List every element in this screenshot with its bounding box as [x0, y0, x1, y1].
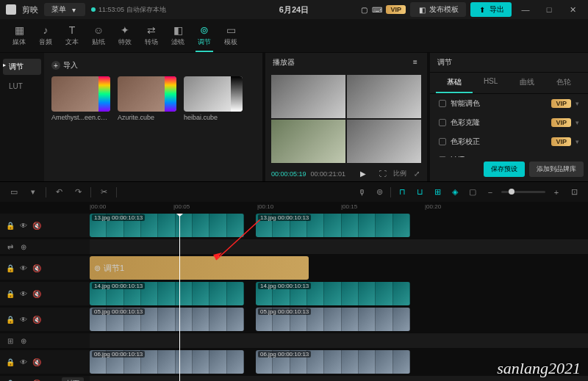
tab-媒体[interactable]: ▦媒体	[6, 19, 32, 52]
media-clip[interactable]: 13.jpg 00:00:10:13	[90, 214, 244, 237]
tab-文本[interactable]: T文本	[59, 19, 85, 52]
adjust-tab-曲线[interactable]: 曲线	[509, 73, 546, 93]
preview-axis-icon[interactable]: ⊞	[431, 186, 444, 199]
media-clip[interactable]: 05.jpg 00:00:10:13	[90, 308, 244, 331]
mute-icon[interactable]: 🔇	[32, 315, 41, 324]
play-icon[interactable]: ▶	[359, 170, 368, 178]
tab-转场[interactable]: ⇄转场	[138, 19, 165, 52]
mute-icon[interactable]: 🔇	[32, 289, 41, 298]
adjust-tab-基础[interactable]: 基础	[436, 73, 473, 93]
minimize-button[interactable]: —	[516, 2, 535, 17]
publish-button[interactable]: ◧ 发布模板	[410, 2, 466, 17]
media-clip[interactable]: 06.jpg 00:00:10:13	[256, 350, 410, 374]
tab-label: 特效	[118, 37, 132, 47]
track-body[interactable]	[90, 333, 588, 348]
eye-icon[interactable]: 👁	[19, 221, 28, 230]
track-body[interactable]: 14.jpg 00:00:10:1314.jpg 00:00:10:13	[90, 282, 588, 305]
tab-滤镜[interactable]: ◧滤镜	[165, 19, 191, 52]
tab-调节[interactable]: ⊚调节	[191, 19, 218, 52]
adjust-row[interactable]: 智能调色VIP▾	[430, 94, 588, 113]
lock-icon[interactable]: 🔒	[6, 315, 15, 324]
eye-icon[interactable]: 👁	[19, 315, 28, 324]
media-clip[interactable]: 13.jpg 00:00:10:13	[256, 214, 410, 237]
chevron-down-icon[interactable]: ▾	[576, 119, 579, 126]
add-track-icon[interactable]: ⊕	[19, 336, 28, 345]
zoom-out-icon[interactable]: −	[484, 186, 497, 199]
media-clip[interactable]: 06.jpg 00:00:10:13	[90, 350, 244, 374]
adjust-tab-HSL[interactable]: HSL	[473, 73, 509, 93]
lut-item[interactable]: +Azurite.cube	[118, 76, 176, 121]
time-ruler[interactable]: |00:00|00:05|00:10|00:15|00:20	[0, 202, 588, 214]
add-track-icon[interactable]: ⊕	[19, 242, 28, 251]
track-body[interactable]: ⊚调节1	[90, 256, 588, 280]
lock-icon[interactable]: 🔒	[6, 358, 15, 366]
menu-button[interactable]: 菜单 ▾	[44, 3, 85, 16]
adjust-clip[interactable]: ⊚调节1	[90, 256, 309, 280]
checkbox[interactable]	[439, 138, 446, 145]
mute-icon[interactable]: 🔇	[32, 221, 41, 230]
track-type-icon[interactable]: ⇄	[6, 242, 15, 251]
checkbox[interactable]	[439, 119, 446, 126]
save-preset-button[interactable]: 保存预设	[484, 162, 525, 177]
media-clip[interactable]: 14.jpg 00:00:10:13	[256, 282, 410, 305]
eye-icon[interactable]: 👁	[19, 264, 28, 272]
adjust-row[interactable]: LUT▾	[430, 151, 588, 157]
mic-icon[interactable]: 🎙	[355, 186, 368, 199]
eye-icon[interactable]: 👁	[19, 289, 28, 298]
sidebar-item-调节[interactable]: 调节	[3, 59, 41, 75]
split-icon[interactable]: ✂	[97, 186, 110, 199]
select-tool-icon[interactable]: ▭	[7, 186, 21, 199]
tab-特效[interactable]: ✦特效	[112, 19, 138, 52]
redo-icon[interactable]: ↷	[71, 186, 85, 199]
dropdown-icon[interactable]: ▾	[26, 186, 40, 199]
media-clip[interactable]: 05.jpg 00:00:10:13	[256, 308, 410, 331]
expand-icon[interactable]: ⤢	[412, 169, 421, 178]
track-body[interactable]: 05.jpg 00:00:10:1305.jpg 00:00:10:13	[90, 308, 588, 331]
track-body[interactable]	[90, 239, 588, 254]
lock-icon[interactable]: 🔒	[6, 264, 15, 272]
export-button[interactable]: ⬆ 导出	[470, 2, 512, 17]
lock-icon[interactable]: 🔒	[6, 289, 15, 298]
tab-贴纸[interactable]: ☺贴纸	[85, 19, 112, 52]
ratio-button[interactable]: 比例	[393, 169, 406, 178]
undo-icon[interactable]: ↶	[52, 186, 65, 199]
zoom-in-icon[interactable]: +	[550, 186, 563, 199]
vip-badge[interactable]: VIP	[386, 5, 406, 14]
checkbox[interactable]	[439, 100, 446, 107]
track-body[interactable]: 13.jpg 00:00:10:1313.jpg 00:00:10:13	[90, 214, 588, 237]
add-brand-button[interactable]: 添加到品牌库	[529, 162, 584, 177]
adjust-row[interactable]: 色彩克隆VIP▾	[430, 113, 588, 132]
lut-item[interactable]: heibai.cube	[184, 76, 243, 121]
media-clip[interactable]: 14.jpg 00:00:10:13	[90, 282, 244, 305]
playhead[interactable]	[179, 214, 180, 381]
mute-icon[interactable]: 🔇	[32, 264, 41, 272]
tab-模板[interactable]: ▭模板	[218, 19, 244, 52]
zoom-slider[interactable]	[501, 191, 545, 193]
eye-icon[interactable]: 👁	[19, 358, 28, 366]
lock-icon[interactable]: 🔒	[6, 221, 15, 230]
lut-item[interactable]: Amethyst...een.cube	[51, 76, 110, 121]
tab-音频[interactable]: ♪音频	[32, 19, 59, 52]
screen-icon[interactable]: ▢	[466, 186, 479, 199]
link-icon[interactable]: ⊔	[413, 186, 426, 199]
mute-icon[interactable]: 🔇	[32, 358, 41, 366]
adjust-tab-色轮[interactable]: 色轮	[545, 73, 582, 93]
close-button[interactable]: ✕	[563, 2, 582, 17]
player-menu-icon[interactable]: ≡	[411, 57, 420, 66]
maximize-button[interactable]: □	[539, 2, 559, 17]
snap-icon[interactable]: ◈	[448, 186, 462, 199]
chevron-down-icon[interactable]: ▾	[576, 138, 579, 145]
chevron-down-icon[interactable]: ▾	[576, 100, 579, 107]
fullscreen-icon[interactable]: ⛶	[379, 169, 387, 178]
import-button[interactable]: + 导入	[51, 60, 255, 70]
shortcut-icon[interactable]: ⌨	[373, 5, 381, 14]
fit-icon[interactable]: ⊡	[567, 186, 581, 199]
adjust-row[interactable]: 色彩校正VIP▾	[430, 132, 588, 151]
add-icon[interactable]: +	[166, 101, 175, 110]
layout-icon[interactable]: ▢	[359, 5, 368, 14]
magnet-icon[interactable]: ⊓	[395, 186, 409, 199]
track-type-icon[interactable]: ⊞	[6, 336, 15, 345]
record-icon[interactable]: ⊚	[373, 186, 386, 199]
sidebar-item-LUT[interactable]: LUT	[3, 79, 41, 93]
cover-button[interactable]: 封面	[62, 377, 84, 382]
